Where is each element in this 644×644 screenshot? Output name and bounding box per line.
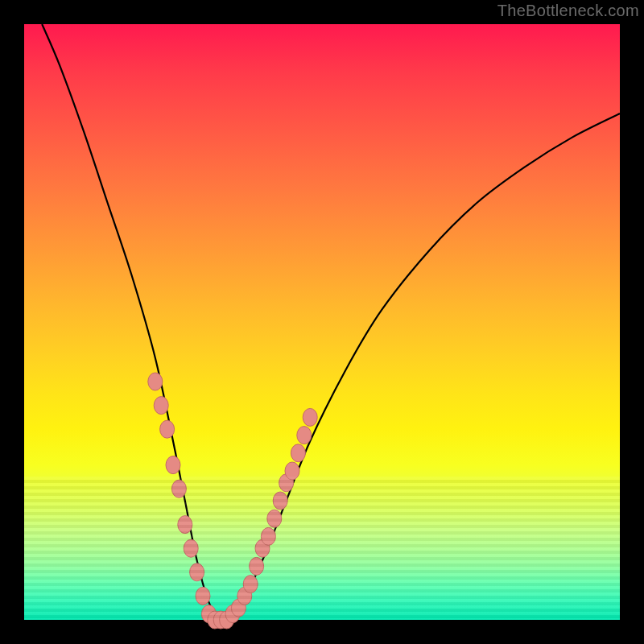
curve-marker [148,373,163,390]
curve-marker [303,408,317,426]
curve-marker [190,564,204,581]
curve-markers [148,373,317,629]
curve-marker [285,462,299,480]
curve-marker [154,397,168,415]
plot-area [24,24,620,620]
curve-marker [291,444,305,462]
curve-marker [184,539,198,557]
curve-marker [196,587,210,605]
bottleneck-curve [42,24,620,620]
curve-marker [267,510,282,527]
watermark-text: TheBottleneck.com [497,2,639,20]
curve-marker [160,420,175,438]
curve-marker [297,427,312,444]
chart-stage: TheBottleneck.com [0,0,644,644]
curve-marker [261,527,275,545]
bottleneck-curve-svg [24,24,620,620]
curve-marker [250,557,264,575]
curve-marker [273,492,287,510]
curve-marker [243,576,258,593]
curve-marker [166,456,180,474]
curve-marker [171,480,186,497]
curve-marker [178,516,192,534]
